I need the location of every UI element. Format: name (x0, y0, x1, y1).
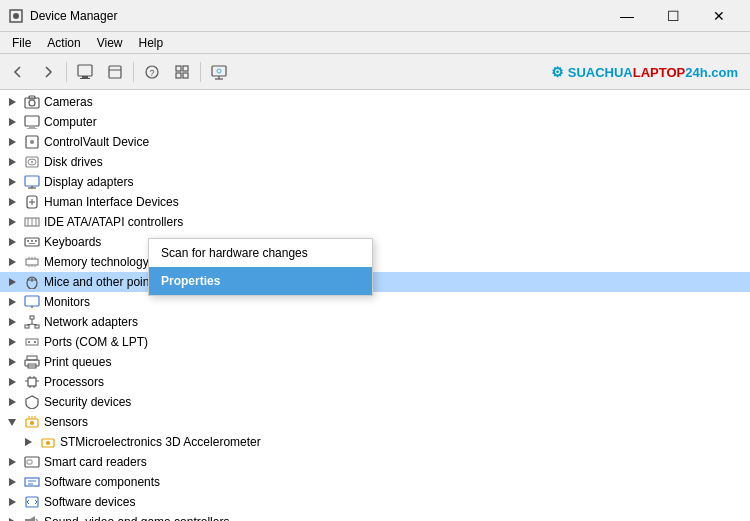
svg-rect-52 (26, 259, 38, 265)
expand-btn-computer[interactable] (4, 114, 20, 130)
svg-marker-96 (25, 438, 32, 446)
expand-btn-monitors[interactable] (4, 294, 20, 310)
svg-marker-21 (9, 118, 16, 126)
svg-text:?: ? (149, 68, 154, 78)
tree-item-sound[interactable]: Sound, video and game controllers (0, 512, 750, 521)
label-st_accel: STMicroelectronics 3D Accelerometer (60, 435, 261, 449)
toolbar-btn-3[interactable] (168, 58, 196, 86)
expand-btn-sensors[interactable] (4, 414, 20, 430)
menu-file[interactable]: File (4, 34, 39, 52)
expand-btn-security[interactable] (4, 394, 20, 410)
brand-logo: ⚙ SUACHUALAPTOP24h.com (551, 64, 746, 80)
expand-btn-softwaredev[interactable] (4, 494, 20, 510)
svg-marker-99 (9, 458, 16, 466)
toolbar-btn-2[interactable] (101, 58, 129, 86)
softwaredev-icon (23, 493, 41, 511)
svg-rect-33 (25, 176, 39, 186)
memory-icon (23, 253, 41, 271)
tree-item-display[interactable]: Display adapters (0, 172, 750, 192)
label-display: Display adapters (44, 175, 133, 189)
device-tree[interactable]: CamerasComputerControlVault DeviceDisk d… (0, 90, 750, 521)
expand-btn-print[interactable] (4, 354, 20, 370)
tree-item-sensors[interactable]: Sensors (0, 412, 750, 432)
tree-item-computer[interactable]: Computer (0, 112, 750, 132)
toolbar-forward[interactable] (34, 58, 62, 86)
svg-rect-5 (109, 66, 121, 78)
ide-icon (23, 213, 41, 231)
tree-item-processors[interactable]: Processors (0, 372, 750, 392)
expand-btn-display[interactable] (4, 174, 20, 190)
svg-rect-49 (35, 240, 37, 242)
svg-rect-75 (28, 341, 30, 343)
menu-view[interactable]: View (89, 34, 131, 52)
svg-rect-22 (25, 116, 39, 126)
brand-gear-icon: ⚙ (551, 64, 564, 80)
expand-btn-ports[interactable] (4, 334, 20, 350)
expand-btn-smartcard[interactable] (4, 454, 20, 470)
tree-item-security[interactable]: Security devices (0, 392, 750, 412)
expand-btn-hid[interactable] (4, 194, 20, 210)
camera-icon (23, 93, 41, 111)
tree-item-mice[interactable]: Mice and other pointing devices (0, 272, 750, 292)
tree-item-cameras[interactable]: Cameras (0, 92, 750, 112)
label-security: Security devices (44, 395, 131, 409)
expand-btn-cameras[interactable] (4, 94, 20, 110)
expand-btn-softwarecomp[interactable] (4, 474, 20, 490)
svg-rect-11 (176, 73, 181, 78)
expand-btn-keyboards[interactable] (4, 234, 20, 250)
svg-rect-24 (27, 128, 37, 129)
svg-rect-23 (29, 126, 35, 128)
tree-item-controlvault[interactable]: ControlVault Device (0, 132, 750, 152)
context-menu-properties[interactable]: Properties (149, 267, 372, 295)
tree-item-disk[interactable]: Disk drives (0, 152, 750, 172)
svg-rect-2 (78, 65, 92, 76)
svg-rect-107 (26, 497, 38, 507)
tree-item-monitors[interactable]: Monitors (0, 292, 750, 312)
processor-icon (23, 373, 41, 391)
expand-btn-memory[interactable] (4, 254, 20, 270)
tree-item-softwaredev[interactable]: Software devices (0, 492, 750, 512)
toolbar-monitor[interactable] (205, 58, 233, 86)
svg-rect-82 (28, 378, 36, 386)
tree-item-keyboards[interactable]: Keyboards (0, 232, 750, 252)
expand-btn-mice[interactable] (4, 274, 20, 290)
tree-item-hid[interactable]: Human Interface Devices (0, 192, 750, 212)
tree-item-network[interactable]: Network adapters (0, 312, 750, 332)
tree-item-st_accel[interactable]: STMicroelectronics 3D Accelerometer (0, 432, 750, 452)
expand-btn-processors[interactable] (4, 374, 20, 390)
expand-btn-disk[interactable] (4, 154, 20, 170)
expand-btn-network[interactable] (4, 314, 20, 330)
menu-help[interactable]: Help (131, 34, 172, 52)
svg-marker-73 (9, 338, 16, 346)
expand-btn-ide[interactable] (4, 214, 20, 230)
svg-rect-12 (183, 73, 188, 78)
close-button[interactable]: ✕ (696, 0, 742, 32)
tree-item-ports[interactable]: Ports (COM & LPT) (0, 332, 750, 352)
menu-action[interactable]: Action (39, 34, 88, 52)
tree-item-memory[interactable]: Memory technology devices (0, 252, 750, 272)
expand-btn-controlvault[interactable] (4, 134, 20, 150)
print-icon (23, 353, 41, 371)
expand-btn-sound[interactable] (4, 514, 20, 521)
svg-point-31 (31, 161, 33, 163)
toolbar-back[interactable] (4, 58, 32, 86)
label-ide: IDE ATA/ATAPI controllers (44, 215, 183, 229)
toolbar-help[interactable]: ? (138, 58, 166, 86)
label-processors: Processors (44, 375, 104, 389)
brand-text-red: LAPTOP (633, 65, 686, 80)
minimize-button[interactable]: — (604, 0, 650, 32)
expand-btn-st_accel[interactable] (20, 434, 36, 450)
label-smartcard: Smart card readers (44, 455, 147, 469)
svg-marker-51 (9, 258, 16, 266)
tree-item-smartcard[interactable]: Smart card readers (0, 452, 750, 472)
label-cameras: Cameras (44, 95, 93, 109)
toolbar-btn-dm[interactable] (71, 58, 99, 86)
svg-rect-10 (183, 66, 188, 71)
svg-marker-32 (9, 178, 16, 186)
tree-item-print[interactable]: Print queues (0, 352, 750, 372)
maximize-button[interactable]: ☐ (650, 0, 696, 32)
tree-item-ide[interactable]: IDE ATA/ATAPI controllers (0, 212, 750, 232)
svg-rect-74 (26, 339, 38, 345)
tree-item-softwarecomp[interactable]: Software components (0, 472, 750, 492)
context-menu-scan[interactable]: Scan for hardware changes (149, 239, 372, 267)
